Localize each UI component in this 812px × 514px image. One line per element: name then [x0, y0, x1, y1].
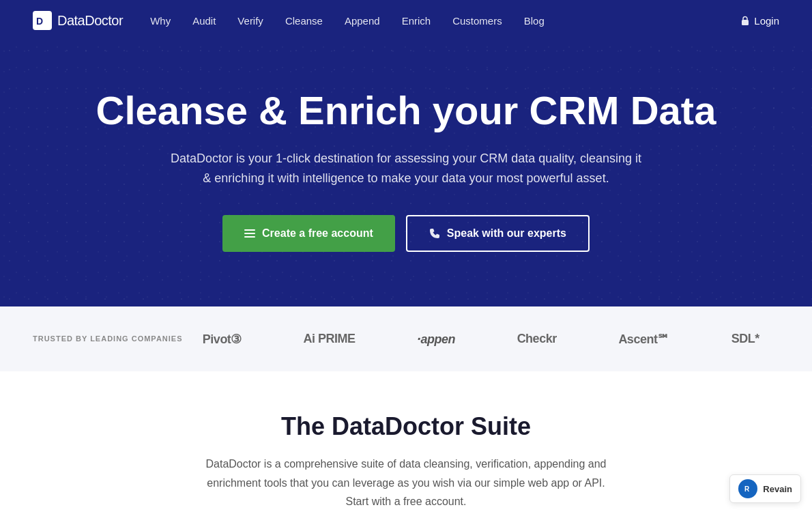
nav-why[interactable]: Why: [150, 15, 171, 27]
nav-links: Why Audit Verify Cleanse Append Enrich C…: [150, 15, 740, 27]
trusted-section: TRUSTED BY LEADING COMPANIES Pivot③ Ai P…: [0, 306, 812, 371]
nav-enrich[interactable]: Enrich: [402, 15, 431, 27]
navbar: D DataDoctor Why Audit Verify Cleanse Ap…: [0, 0, 812, 41]
suite-title: The DataDoctor Suite: [33, 412, 779, 441]
svg-rect-5: [244, 236, 255, 238]
list-icon: [244, 229, 255, 238]
revain-icon: R: [742, 483, 754, 495]
suite-description: DataDoctor is a comprehensive suite of d…: [194, 455, 618, 511]
phone-icon: [429, 228, 440, 239]
svg-text:D: D: [36, 16, 43, 27]
nav-customers[interactable]: Customers: [452, 15, 502, 27]
hero-title: Cleanse & Enrich your CRM Data: [33, 89, 779, 132]
svg-rect-4: [244, 233, 255, 234]
logo-pivot3: Pivot③: [203, 332, 242, 347]
nav-audit[interactable]: Audit: [192, 15, 216, 27]
logo-text: DataDoctor: [57, 13, 123, 29]
logo-link[interactable]: D DataDoctor: [33, 11, 123, 30]
nav-append[interactable]: Append: [345, 15, 380, 27]
logo-sdl: SDL*: [731, 332, 759, 346]
nav-blog[interactable]: Blog: [524, 15, 545, 27]
trusted-logos: Pivot③ Ai PRIME ·appen Checkr Ascent℠ SD…: [183, 331, 780, 347]
suite-section: The DataDoctor Suite DataDoctor is a com…: [0, 371, 812, 514]
svg-rect-2: [742, 20, 749, 25]
logo-aiprime: Ai PRIME: [304, 332, 356, 346]
create-account-button[interactable]: Create a free account: [222, 215, 395, 252]
hero-buttons: Create a free account Speak with our exp…: [33, 215, 779, 252]
speak-experts-button[interactable]: Speak with our experts: [406, 215, 590, 252]
lock-icon: [740, 16, 750, 25]
logo-appen: ·appen: [417, 331, 455, 347]
nav-cleanse[interactable]: Cleanse: [285, 15, 323, 27]
revain-badge: R Revain: [729, 474, 801, 503]
hero-section: Cleanse & Enrich your CRM Data DataDocto…: [0, 41, 812, 306]
trusted-label: TRUSTED BY LEADING COMPANIES: [33, 334, 183, 344]
svg-text:R: R: [744, 485, 750, 493]
login-link[interactable]: Login: [740, 15, 779, 27]
svg-rect-3: [244, 229, 255, 231]
logo-ascent: Ascent℠: [618, 332, 669, 347]
nav-verify[interactable]: Verify: [237, 15, 263, 27]
logo-icon: D: [33, 11, 52, 30]
hero-subtitle: DataDoctor is your 1-click destination f…: [167, 149, 645, 188]
logo-checkr: Checkr: [517, 332, 557, 346]
revain-text: Revain: [763, 484, 792, 494]
revain-logo: R: [738, 479, 757, 498]
